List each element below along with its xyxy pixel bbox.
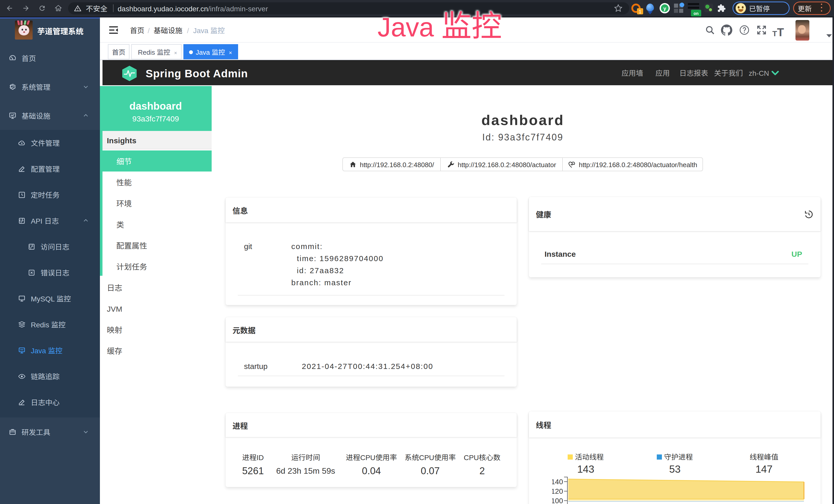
svg-text:140: 140 [552, 478, 563, 486]
svg-text:120: 120 [552, 487, 563, 495]
svg-text:100: 100 [552, 497, 563, 504]
